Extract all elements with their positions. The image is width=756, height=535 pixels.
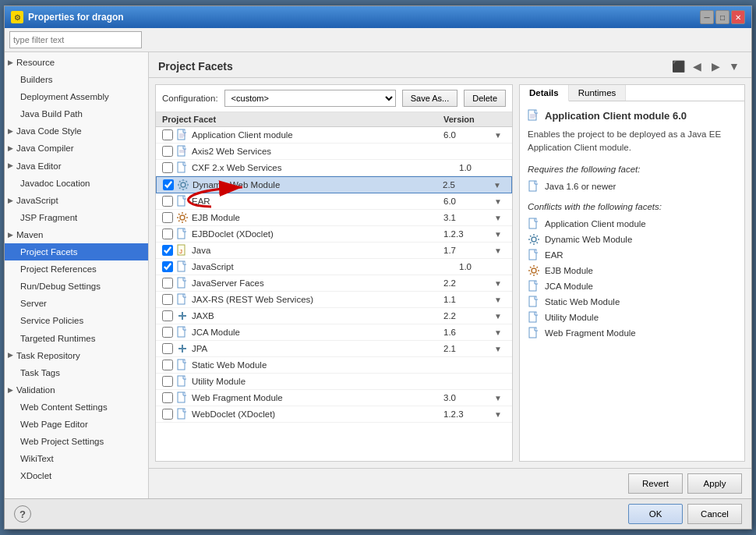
- maximize-button[interactable]: □: [715, 10, 730, 24]
- facet-checkbox[interactable]: [162, 129, 173, 140]
- sidebar-item-java-build[interactable]: Java Build Path: [5, 105, 148, 122]
- facet-doc-icon: [176, 260, 189, 273]
- tab-runtimes[interactable]: Runtimes: [569, 85, 627, 101]
- sidebar-item-web-project[interactable]: Web Project Settings: [5, 433, 148, 450]
- config-select[interactable]: <custom>: [224, 90, 396, 107]
- sidebar-item-validation[interactable]: ▶ Validation: [5, 381, 148, 399]
- nav-next-button[interactable]: ▶: [708, 58, 723, 74]
- version-dropdown-icon[interactable]: ▼: [490, 345, 506, 353]
- sidebar-item-java-compiler[interactable]: ▶ Java Compiler: [5, 140, 148, 157]
- sidebar-item-xdoclet[interactable]: XDoclet: [5, 467, 148, 484]
- sidebar-item-javascript[interactable]: ▶ JavaScript: [5, 192, 148, 209]
- table-row[interactable]: Static Web Module: [156, 357, 512, 374]
- version-dropdown-icon[interactable]: ▼: [490, 296, 506, 304]
- tab-details[interactable]: Details: [520, 85, 569, 101]
- help-button[interactable]: ?: [14, 505, 31, 523]
- table-row[interactable]: J Java 1.7 ▼: [156, 243, 512, 259]
- version-dropdown-icon[interactable]: ▼: [490, 246, 506, 255]
- version-dropdown-icon[interactable]: ▼: [490, 410, 506, 419]
- table-row[interactable]: JavaServer Faces 2.2 ▼: [156, 275, 512, 292]
- facet-checkbox[interactable]: [163, 179, 174, 190]
- facet-checkbox[interactable]: [162, 146, 173, 157]
- close-button[interactable]: ✕: [731, 10, 745, 24]
- delete-button[interactable]: Delete: [464, 90, 506, 107]
- facet-checkbox[interactable]: [162, 409, 173, 420]
- sidebar: ▶ Resource Builders Deployment Assembly …: [5, 52, 149, 498]
- arrow-icon: ▶: [8, 58, 13, 68]
- facet-checkbox[interactable]: [162, 376, 173, 387]
- facet-checkbox[interactable]: [162, 212, 173, 223]
- sidebar-item-deployment[interactable]: Deployment Assembly: [5, 88, 148, 105]
- table-row[interactable]: JavaScript 1.0: [156, 259, 512, 275]
- sidebar-item-task-repo[interactable]: ▶ Task Repository: [5, 347, 148, 364]
- version-dropdown-icon[interactable]: ▼: [490, 279, 506, 288]
- table-row[interactable]: CXF 2.x Web Services 1.0: [156, 160, 512, 176]
- sidebar-item-task-tags[interactable]: Task Tags: [5, 364, 148, 381]
- table-row[interactable]: EJBDoclet (XDoclet) 1.2.3 ▼: [156, 226, 512, 243]
- save-as-button[interactable]: Save As...: [402, 90, 458, 107]
- facet-checkbox[interactable]: [162, 294, 173, 305]
- sidebar-item-javadoc[interactable]: Javadoc Location: [5, 175, 148, 192]
- conflict-icon: [528, 218, 540, 230]
- facet-checkbox[interactable]: [162, 229, 173, 239]
- table-row[interactable]: EAR 6.0 ▼: [156, 193, 512, 210]
- table-row[interactable]: JAX-RS (REST Web Services) 1.1 ▼: [156, 292, 512, 308]
- facet-checkbox[interactable]: [162, 310, 173, 321]
- facet-checkbox[interactable]: [162, 327, 173, 338]
- facet-checkbox[interactable]: [162, 392, 173, 403]
- facet-checkbox[interactable]: [162, 245, 173, 256]
- table-row[interactable]: JPA 2.1 ▼: [156, 341, 512, 357]
- sidebar-item-java-editor[interactable]: ▶ Java Editor: [5, 158, 148, 175]
- sidebar-item-project-facets[interactable]: Project Facets: [5, 243, 148, 260]
- facet-checkbox[interactable]: [162, 162, 173, 173]
- sidebar-item-web-content[interactable]: Web Content Settings: [5, 399, 148, 416]
- facet-doc-icon: [176, 392, 189, 404]
- version-dropdown-icon[interactable]: ▼: [490, 312, 506, 321]
- nav-menu-button[interactable]: ▼: [726, 58, 742, 74]
- version-dropdown-icon[interactable]: ▼: [490, 197, 506, 206]
- sidebar-item-wikitext[interactable]: WikiText: [5, 450, 148, 467]
- sidebar-item-builders[interactable]: Builders: [5, 71, 148, 88]
- table-row[interactable]: Web Fragment Module 3.0 ▼: [156, 390, 512, 406]
- table-row[interactable]: Utility Module: [156, 374, 512, 390]
- table-row[interactable]: Axis2 Web Services: [156, 143, 512, 160]
- facet-checkbox[interactable]: [162, 196, 173, 207]
- facet-checkbox[interactable]: [162, 261, 173, 272]
- table-row[interactable]: JAXB 2.2 ▼: [156, 308, 512, 324]
- sidebar-item-server[interactable]: Server: [5, 295, 148, 312]
- facet-name: JPA: [192, 344, 443, 353]
- sidebar-item-targeted[interactable]: Targeted Runtimes: [5, 330, 148, 347]
- version-dropdown-icon[interactable]: ▼: [490, 328, 506, 337]
- version-dropdown-icon[interactable]: ▼: [489, 181, 505, 190]
- table-row[interactable]: WebDoclet (XDoclet) 1.2.3 ▼: [156, 406, 512, 423]
- sidebar-item-resource[interactable]: ▶ Resource: [5, 54, 148, 71]
- table-row[interactable]: JCA Module 1.6 ▼: [156, 324, 512, 341]
- sidebar-item-run-debug[interactable]: Run/Debug Settings: [5, 278, 148, 295]
- sidebar-item-maven[interactable]: ▶ Maven: [5, 226, 148, 243]
- sidebar-item-project-refs[interactable]: Project References: [5, 260, 148, 278]
- ok-button[interactable]: OK: [628, 504, 683, 524]
- facet-checkbox[interactable]: [162, 343, 173, 354]
- facet-checkbox[interactable]: [162, 360, 173, 370]
- filter-input[interactable]: [9, 31, 142, 48]
- version-dropdown-icon[interactable]: ▼: [490, 394, 506, 402]
- table-row[interactable]: Dynamic Web Module 2.5 ▼: [156, 176, 512, 193]
- cancel-button[interactable]: Cancel: [687, 504, 742, 524]
- version-dropdown-icon[interactable]: ▼: [490, 214, 506, 222]
- apply-button[interactable]: Apply: [687, 473, 742, 494]
- dialog-title: Properties for dragon: [28, 12, 124, 23]
- sidebar-item-java-code[interactable]: ▶ Java Code Style: [5, 122, 148, 140]
- conflict-item-text: Application Client module: [545, 219, 646, 229]
- nav-back-button[interactable]: ⬛: [670, 58, 686, 74]
- sidebar-item-jsp[interactable]: JSP Fragment: [5, 209, 148, 226]
- version-dropdown-icon[interactable]: ▼: [490, 230, 506, 239]
- revert-button[interactable]: Revert: [628, 473, 683, 494]
- facet-checkbox[interactable]: [162, 278, 173, 289]
- table-row[interactable]: EJB Module 3.1 ▼: [156, 210, 512, 226]
- table-row[interactable]: Application Client module 6.0 ▼: [156, 127, 512, 143]
- nav-forward-button[interactable]: ◀: [689, 58, 705, 74]
- sidebar-item-web-page-editor[interactable]: Web Page Editor: [5, 416, 148, 433]
- sidebar-item-service[interactable]: Service Policies: [5, 312, 148, 329]
- minimize-button[interactable]: ─: [700, 10, 714, 24]
- version-dropdown-icon[interactable]: ▼: [490, 131, 506, 140]
